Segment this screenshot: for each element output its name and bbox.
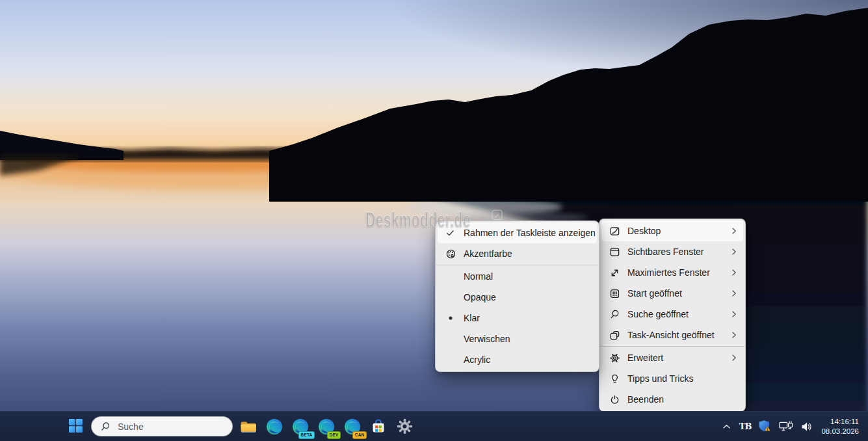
lightbulb-icon: [608, 373, 621, 384]
maximize-icon: [608, 267, 621, 278]
search-box[interactable]: [91, 416, 233, 436]
menu-item-icon-empty: [444, 292, 457, 302]
tray-date: 08.03.2026: [821, 427, 859, 436]
menu-item-label: Rahmen der Taskleiste anzeigen: [464, 228, 596, 238]
menu-item-maximized-window[interactable]: Maximiertes Fenster: [601, 262, 743, 283]
desktop-screen: Deskmodder.de Rahmen der Taskleiste anze…: [0, 0, 868, 441]
edge-icon: [266, 418, 283, 435]
power-icon: [608, 394, 621, 405]
context-menu: DesktopSichtbares FensterMaximiertes Fen…: [599, 219, 746, 412]
menu-item-icon-empty: [444, 271, 457, 282]
menu-item-tips[interactable]: Tipps und Tricks: [601, 368, 743, 389]
menu-item-label: Klar: [464, 313, 584, 323]
menu-item-label: Erweitert: [627, 353, 730, 363]
menu-separator: [436, 265, 598, 265]
settings-icon: [397, 418, 413, 434]
gear-icon: [608, 353, 621, 363]
menu-item-search-opened[interactable]: Suche geöffnet: [601, 304, 743, 325]
menu-item-normal[interactable]: Normal: [438, 266, 597, 287]
chevron-right-icon: [730, 269, 737, 276]
file-explorer-icon: [240, 420, 257, 434]
menu-item-opaque[interactable]: Opaque: [438, 287, 597, 308]
menu-item-exit[interactable]: Beenden: [601, 389, 743, 410]
windows-logo-icon: [68, 418, 84, 436]
chevron-right-icon: [730, 331, 737, 339]
menu-item-advanced[interactable]: Erweitert: [601, 347, 743, 368]
context-submenu: Rahmen der Taskleiste anzeigenAkzentfarb…: [435, 220, 599, 372]
menu-item-label: Tipps und Tricks: [627, 373, 730, 384]
file-explorer-button[interactable]: [235, 414, 261, 440]
security-shield-icon[interactable]: [756, 415, 774, 438]
microsoft-store-icon: [371, 419, 386, 434]
menu-item-label: Verwischen: [464, 334, 584, 344]
edge-canary-badge: CAN: [352, 431, 367, 439]
tray-chevron-up-icon[interactable]: [719, 415, 735, 438]
search-input[interactable]: [116, 421, 224, 433]
network-icon[interactable]: [776, 415, 796, 438]
menu-item-icon-empty: [444, 354, 457, 365]
menu-item-icon-empty: [444, 334, 457, 344]
taskview-icon: [608, 330, 621, 340]
tray-clock[interactable]: 14:16:11 08.03.2026: [817, 417, 860, 436]
edge-dev-badge: DEV: [327, 431, 341, 439]
taskbar-tray: TB: [719, 412, 860, 441]
chevron-right-icon: [730, 310, 737, 318]
chevron-right-icon: [730, 354, 737, 362]
menu-item-label: Start geöffnet: [627, 288, 730, 299]
menu-item-verwischen[interactable]: Verwischen: [438, 328, 597, 349]
menu-item-taskview-opened[interactable]: Task-Ansicht geöffnet: [601, 325, 743, 345]
settings-button[interactable]: [391, 414, 417, 440]
chevron-right-icon: [730, 289, 737, 297]
menu-item-label: Sichtbares Fenster: [627, 247, 730, 257]
edge-dev-button[interactable]: DEV: [313, 414, 339, 440]
radio-dot: [444, 313, 457, 323]
menu-item-klar[interactable]: Klar: [438, 308, 597, 328]
menu-item-desktop[interactable]: Desktop: [601, 220, 743, 241]
edge-canary-button[interactable]: CAN: [339, 414, 365, 440]
menu-item-label: Suche geöffnet: [627, 309, 730, 319]
taskbar: BETADEVCAN TB: [0, 411, 868, 441]
palette-icon: [444, 248, 457, 259]
menu-item-label: Desktop: [627, 226, 730, 236]
edge-button[interactable]: [261, 414, 287, 440]
window-icon: [608, 247, 621, 257]
search-icon: [100, 421, 111, 432]
menu-item-show-taskbar-border[interactable]: Rahmen der Taskleiste anzeigen: [438, 222, 597, 243]
chevron-right-icon: [730, 248, 737, 256]
menu-item-start-opened[interactable]: Start geöffnet: [601, 283, 743, 304]
start-button[interactable]: [62, 414, 88, 440]
menu-item-accent-color[interactable]: Akzentfarbe: [438, 243, 597, 264]
check-icon: [444, 228, 457, 238]
translucenttb-label: TB: [739, 421, 752, 431]
volume-icon[interactable]: [798, 415, 815, 438]
edge-beta-badge: BETA: [298, 431, 315, 439]
translucenttb-tray-icon[interactable]: TB: [737, 415, 754, 438]
menu-separator: [600, 346, 744, 347]
menu-item-label: Normal: [464, 271, 584, 282]
menu-item-label: Maximiertes Fenster: [627, 267, 730, 278]
desktop-icon: [608, 226, 621, 236]
tray-time: 14:16:11: [821, 417, 859, 427]
menu-item-label: Beenden: [627, 394, 730, 405]
microsoft-store-button[interactable]: [365, 414, 391, 440]
search-icon: [608, 309, 621, 319]
taskbar-app-group: BETADEVCAN: [62, 412, 417, 441]
chevron-right-icon: [730, 227, 737, 235]
menu-item-label: Opaque: [464, 292, 584, 302]
start-icon: [608, 288, 621, 299]
menu-item-label: Acrylic: [464, 354, 584, 365]
menu-item-acrylic[interactable]: Acrylic: [438, 349, 597, 370]
menu-item-visible-window[interactable]: Sichtbares Fenster: [601, 241, 743, 262]
edge-beta-button[interactable]: BETA: [287, 414, 313, 440]
menu-item-label: Akzentfarbe: [464, 248, 584, 259]
menu-item-label: Task-Ansicht geöffnet: [627, 330, 730, 340]
